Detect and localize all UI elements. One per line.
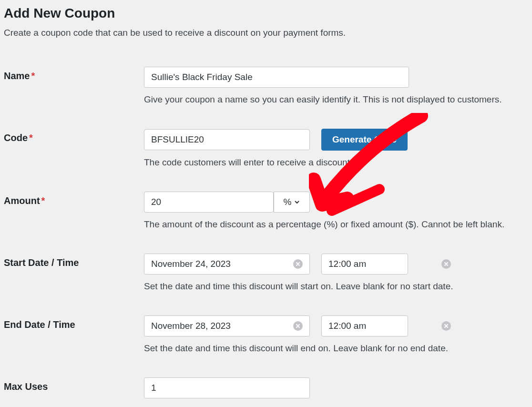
row-max-uses: Max Uses The total number of times this …: [4, 377, 528, 407]
start-time-input-wrap[interactable]: [321, 254, 408, 275]
end-date-input[interactable]: [151, 321, 293, 331]
label-name: Name*: [4, 71, 35, 81]
row-end-date: End Date / Time Set the date and time th…: [4, 315, 528, 354]
amount-unit-select[interactable]: %: [274, 192, 310, 213]
close-icon: [444, 324, 449, 328]
label-amount: Amount*: [4, 195, 45, 206]
end-date-input-wrap[interactable]: [144, 315, 310, 336]
help-name: Give your coupon a name so you can easil…: [144, 94, 528, 105]
page-subtitle: Create a coupon code that can be used to…: [4, 28, 528, 38]
code-input[interactable]: [144, 129, 310, 150]
row-code: Code* Generate Code The code customers w…: [4, 129, 528, 168]
clear-end-date-button[interactable]: [293, 321, 303, 331]
label-max-uses: Max Uses: [4, 381, 48, 392]
row-name: Name* Give your coupon a name so you can…: [4, 67, 528, 105]
max-uses-input[interactable]: [144, 377, 310, 398]
required-asterisk: *: [31, 71, 35, 81]
end-time-input-wrap[interactable]: [321, 315, 408, 336]
label-end-date: End Date / Time: [4, 319, 75, 330]
label-start-date: Start Date / Time: [4, 257, 79, 268]
help-max-uses: The total number of times this coupon ca…: [144, 405, 528, 407]
required-asterisk: *: [29, 132, 33, 143]
end-time-input[interactable]: [328, 321, 441, 331]
clear-end-time-button[interactable]: [441, 321, 451, 331]
start-time-input[interactable]: [328, 259, 441, 269]
close-icon: [296, 262, 300, 266]
help-code: The code customers will enter to receive…: [144, 157, 528, 168]
start-date-input[interactable]: [151, 259, 293, 269]
clear-start-time-button[interactable]: [441, 259, 451, 269]
generate-code-button[interactable]: Generate Code: [321, 129, 408, 151]
help-end-date: Set the date and time this discount will…: [144, 343, 528, 354]
amount-unit-value: %: [284, 197, 292, 207]
close-icon: [444, 262, 449, 266]
clear-start-date-button[interactable]: [293, 259, 303, 269]
name-input[interactable]: [144, 67, 409, 88]
close-icon: [296, 324, 300, 328]
label-code: Code*: [4, 132, 33, 143]
help-amount: The amount of the discount as a percenta…: [144, 219, 528, 230]
required-asterisk: *: [41, 195, 45, 206]
start-date-input-wrap[interactable]: [144, 254, 310, 275]
row-start-date: Start Date / Time Set the date and time …: [4, 254, 528, 292]
help-start-date: Set the date and time this discount will…: [144, 281, 528, 292]
row-amount: Amount* % The amount of the discount as …: [4, 192, 528, 230]
chevron-down-icon: [294, 199, 300, 205]
page-title: Add New Coupon: [4, 6, 528, 21]
amount-input[interactable]: [144, 192, 274, 213]
